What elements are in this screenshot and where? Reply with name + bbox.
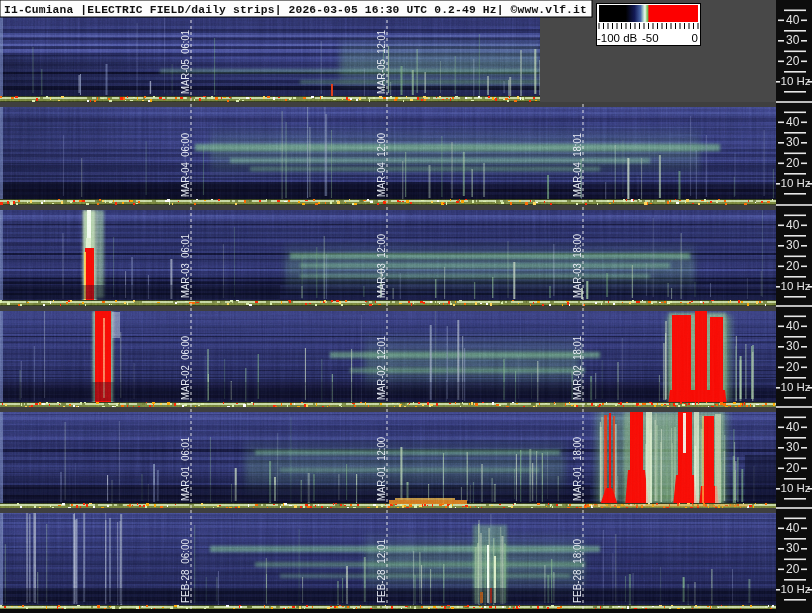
svg-text:20: 20	[786, 461, 800, 475]
svg-text:MAR-02 06:00: MAR-02 06:00	[179, 336, 191, 400]
svg-text:40: 40	[786, 319, 800, 333]
svg-text:30: 30	[786, 339, 800, 353]
svg-text:20: 20	[786, 156, 800, 170]
svg-text:MAR-04 18:01: MAR-04 18:01	[571, 133, 583, 197]
svg-text:MAR-01 12:00: MAR-01 12:00	[375, 437, 387, 501]
svg-text:MAR-03 12:00: MAR-03 12:00	[375, 234, 387, 298]
svg-text:MAR-05 12:01: MAR-05 12:01	[375, 30, 387, 94]
svg-text:20: 20	[786, 259, 800, 273]
svg-text:30: 30	[786, 33, 800, 47]
svg-text:MAR-02 12:01: MAR-02 12:01	[375, 336, 387, 400]
svg-text:40: 40	[786, 521, 800, 535]
svg-text:20: 20	[786, 562, 800, 576]
svg-text:30: 30	[786, 238, 800, 252]
svg-text:40: 40	[786, 218, 800, 232]
svg-text:MAR-03 06:01: MAR-03 06:01	[179, 234, 191, 298]
svg-text:10 Hz: 10 Hz	[781, 583, 811, 595]
svg-text:30: 30	[786, 440, 800, 454]
svg-text:10 Hz: 10 Hz	[781, 280, 811, 292]
svg-text:20: 20	[786, 360, 800, 374]
svg-text:10 Hz: 10 Hz	[781, 75, 811, 87]
svg-text:10 Hz: 10 Hz	[781, 177, 811, 189]
svg-text:-100 dB: -100 dB	[597, 32, 638, 44]
svg-text:40: 40	[786, 115, 800, 129]
svg-text:I1-Cumiana |ELECTRIC FIELD/dai: I1-Cumiana |ELECTRIC FIELD/daily strips|…	[4, 4, 587, 16]
svg-text:FEB-28 06:00: FEB-28 06:00	[179, 539, 191, 603]
svg-text:MAR-02 18:01: MAR-02 18:01	[571, 336, 583, 400]
svg-text:FEB-28 18:00: FEB-28 18:00	[571, 539, 583, 603]
svg-text:0: 0	[692, 32, 698, 44]
svg-text:10 Hz: 10 Hz	[781, 482, 811, 494]
svg-text:MAR-04 12:00: MAR-04 12:00	[375, 133, 387, 197]
svg-text:-50: -50	[642, 32, 659, 44]
svg-text:40: 40	[786, 13, 800, 27]
svg-text:FEB-28 12:01: FEB-28 12:01	[375, 539, 387, 603]
svg-text:20: 20	[786, 54, 800, 68]
svg-text:MAR-03 18:00: MAR-03 18:00	[571, 234, 583, 298]
svg-text:MAR-01 18:00: MAR-01 18:00	[571, 437, 583, 501]
svg-text:MAR-01 06:01: MAR-01 06:01	[179, 437, 191, 501]
svg-text:MAR-05 06:01: MAR-05 06:01	[179, 30, 191, 94]
svg-text:10 Hz: 10 Hz	[781, 381, 811, 393]
svg-text:MAR-04 06:00: MAR-04 06:00	[179, 133, 191, 197]
svg-text:30: 30	[786, 541, 800, 555]
svg-text:40: 40	[786, 420, 800, 434]
svg-text:30: 30	[786, 135, 800, 149]
